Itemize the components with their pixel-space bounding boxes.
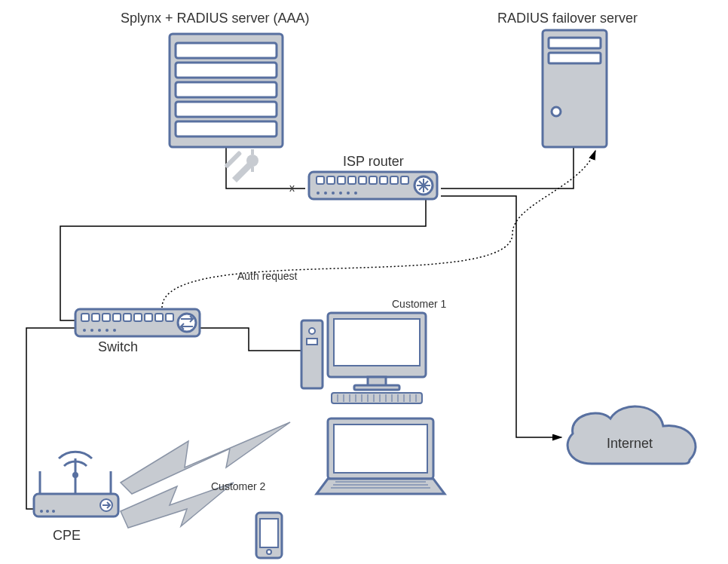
svg-rect-20: [390, 176, 398, 184]
svg-rect-7: [224, 151, 242, 169]
server-tower-icon: [543, 30, 607, 147]
x-mark: x: [289, 182, 295, 194]
svg-rect-2: [176, 63, 277, 78]
svg-rect-9: [549, 38, 601, 48]
svg-point-26: [339, 192, 342, 195]
svg-rect-18: [369, 176, 377, 184]
svg-rect-30: [81, 314, 89, 321]
svg-point-83: [52, 510, 55, 513]
svg-rect-35: [134, 314, 142, 321]
svg-rect-38: [166, 314, 173, 321]
svg-rect-32: [102, 314, 110, 321]
svg-point-78: [72, 472, 78, 478]
svg-point-74: [267, 550, 271, 554]
cpe-icon: [34, 452, 118, 516]
svg-rect-14: [327, 176, 335, 184]
svg-rect-33: [113, 314, 121, 321]
svg-rect-21: [401, 176, 408, 184]
svg-rect-15: [338, 176, 345, 184]
svg-rect-10: [549, 53, 601, 63]
network-diagram: [0, 0, 728, 564]
switch-label: Switch: [98, 339, 138, 355]
failover-title: RADIUS failover server: [497, 11, 638, 26]
svg-point-25: [332, 192, 335, 195]
cpe-label: CPE: [53, 528, 81, 544]
desktop-icon: [301, 313, 426, 403]
internet-label: Internet: [607, 436, 653, 452]
svg-rect-16: [348, 176, 356, 184]
switch-icon: [75, 309, 200, 336]
svg-point-40: [83, 329, 86, 332]
svg-point-27: [347, 192, 350, 195]
customer1-label: Customer 1: [392, 298, 446, 310]
svg-point-82: [46, 510, 49, 513]
svg-rect-34: [124, 314, 131, 321]
svg-point-44: [113, 329, 116, 332]
isp-router-label: ISP router: [343, 154, 404, 170]
svg-rect-5: [176, 121, 277, 136]
phone-icon: [256, 513, 282, 558]
svg-point-81: [40, 510, 43, 513]
splynx-title: Splynx + RADIUS server (AAA): [121, 11, 310, 26]
svg-rect-73: [260, 519, 278, 547]
svg-rect-51: [354, 385, 399, 390]
svg-point-41: [90, 329, 93, 332]
maintenance-icon: [224, 149, 258, 182]
svg-rect-4: [176, 102, 277, 117]
auth-request-label: Auth request: [237, 270, 297, 282]
svg-rect-68: [334, 425, 427, 473]
svg-point-28: [354, 192, 357, 195]
svg-point-24: [324, 192, 327, 195]
laptop-icon: [317, 418, 445, 494]
svg-point-39: [178, 314, 196, 332]
svg-point-46: [309, 328, 315, 334]
svg-rect-37: [155, 314, 163, 321]
customer2-label: Customer 2: [211, 480, 265, 492]
cloud-icon: [567, 406, 696, 464]
svg-point-43: [106, 329, 109, 332]
server-rack-icon: [170, 34, 283, 147]
svg-rect-31: [92, 314, 99, 321]
svg-rect-13: [317, 176, 324, 184]
svg-rect-19: [380, 176, 387, 184]
svg-rect-49: [334, 319, 420, 366]
svg-rect-17: [359, 176, 366, 184]
svg-rect-3: [176, 82, 277, 97]
svg-point-6: [246, 155, 258, 167]
svg-rect-52: [332, 393, 422, 403]
svg-rect-1: [176, 43, 277, 58]
svg-point-42: [98, 329, 101, 332]
isp-router-icon: [309, 172, 437, 199]
svg-point-11: [552, 107, 561, 116]
svg-rect-36: [145, 314, 152, 321]
svg-rect-47: [307, 339, 317, 345]
svg-point-23: [317, 192, 320, 195]
